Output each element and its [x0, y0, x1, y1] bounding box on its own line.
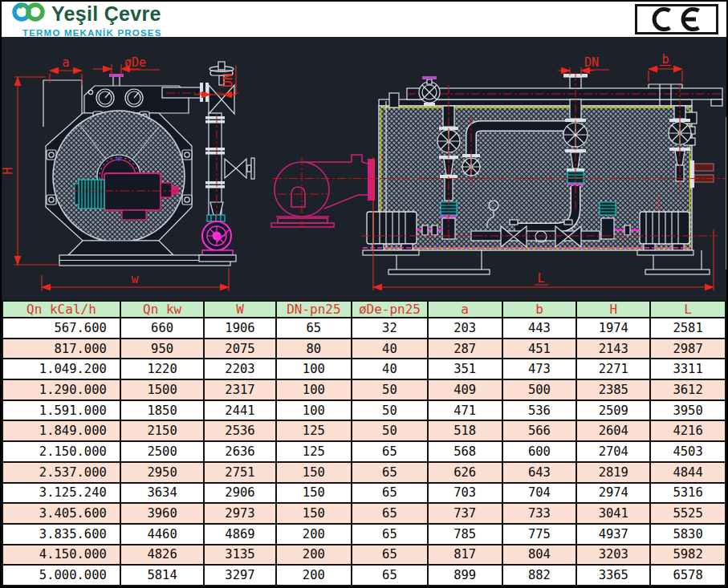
dim-dn-side: DN: [558, 55, 609, 75]
table-cell: 65: [276, 318, 352, 339]
dim-b: b: [649, 52, 682, 82]
table-cell: 200: [276, 545, 352, 566]
table-row: 1.591.000185024411005047153625093950: [2, 400, 726, 421]
table-cell: 5525: [650, 503, 726, 524]
table-cell: 704: [502, 483, 577, 504]
rear-nozzles: [690, 160, 714, 188]
table-row: 1.049.200122022031004035147322713311: [2, 359, 726, 379]
table-cell: 1850: [120, 400, 205, 421]
dim-label-ode: øDe: [124, 55, 146, 70]
column-header: a: [428, 301, 502, 318]
table-cell: 2150: [120, 420, 205, 441]
table-cell: 6578: [650, 565, 726, 586]
table-cell: 50: [352, 400, 428, 421]
table-cell: 2271: [576, 359, 650, 379]
table-cell: 566: [502, 420, 577, 441]
table-cell: 2143: [576, 339, 650, 359]
table-cell: 2974: [576, 483, 650, 504]
table-cell: 817.000: [2, 339, 120, 359]
table-cell: 2500: [120, 441, 205, 462]
table-cell: 100: [276, 400, 352, 421]
table-cell: 2604: [576, 420, 650, 441]
dim-label-dn-side: DN: [584, 55, 599, 70]
table-cell: 2987: [650, 339, 726, 359]
header: Yeşil Çevre TERMO MEKANİK PROSES: [2, 2, 726, 37]
table-cell: 899: [428, 565, 502, 586]
table-cell: 3041: [576, 503, 650, 524]
table-row: 4.150.000482631352006581780432035982: [2, 545, 726, 566]
burner-side: [271, 155, 375, 228]
table-row: 3.835.600446048692006578577549375830: [2, 524, 726, 545]
table-cell: 568: [428, 441, 502, 462]
table-row: 1.290.000150023171005040950023853612: [2, 379, 726, 400]
table-cell: 2385: [576, 379, 650, 400]
table-cell: 2.150.000: [2, 441, 120, 462]
ce-mark-icon: [648, 6, 706, 32]
table-cell: 125: [276, 420, 352, 441]
dim-label-l: L: [537, 271, 544, 286]
table-cell: 471: [428, 400, 502, 421]
table-cell: 203: [428, 318, 502, 339]
table-cell: 3297: [204, 565, 275, 586]
table-cell: 2203: [204, 359, 275, 379]
spec-table: Qn kCal/hQn kwWDN-pn25øDe-pn25abHL 567.6…: [2, 300, 726, 586]
table-cell: 3950: [650, 400, 726, 421]
table-cell: 1500: [120, 379, 205, 400]
table-cell: 626: [428, 462, 502, 483]
table-cell: 100: [276, 379, 352, 400]
boiler-technical-drawing: a øDe DN: [2, 37, 728, 300]
column-header: Qn kw: [120, 301, 205, 318]
table-cell: 518: [428, 420, 502, 441]
table-cell: 150: [276, 483, 352, 504]
table-cell: 1.849.000: [2, 420, 120, 441]
table-row: 3.125.240363429061506570370429745316: [2, 483, 726, 504]
table-row: 5.000.000581432972006589988233656578: [2, 565, 726, 586]
brand-title: Yeşil Çevre: [51, 4, 161, 24]
table-cell: 2704: [576, 441, 650, 462]
table-cell: 660: [120, 318, 205, 339]
table-cell: 2.537.000: [2, 462, 120, 483]
table-cell: 817: [428, 545, 502, 566]
cad-drawing-area: a øDe DN: [2, 37, 726, 300]
table-cell: 4844: [650, 462, 726, 483]
table-cell: 3634: [120, 483, 205, 504]
dim-label-dn-front: DN: [221, 73, 235, 87]
table-cell: 287: [428, 339, 502, 359]
table-cell: 65: [352, 441, 428, 462]
table-cell: 150: [276, 462, 352, 483]
table-cell: 733: [502, 503, 577, 524]
dim-label-b: b: [661, 52, 669, 67]
table-cell: 1.591.000: [2, 400, 120, 421]
table-cell: 443: [502, 318, 577, 339]
table-cell: 4937: [576, 524, 650, 545]
table-cell: 3.405.600: [2, 503, 120, 524]
table-cell: 536: [502, 400, 577, 421]
table-cell: 5830: [650, 524, 726, 545]
table-cell: 1.290.000: [2, 379, 120, 400]
table-cell: 5.000.000: [2, 565, 120, 586]
table-cell: 4503: [650, 441, 726, 462]
table-cell: 703: [428, 483, 502, 504]
table-cell: 5316: [650, 483, 726, 504]
table-cell: 5814: [120, 565, 205, 586]
table-cell: 80: [276, 339, 352, 359]
table-cell: 2581: [650, 318, 726, 339]
table-cell: 200: [276, 524, 352, 545]
table-cell: 4826: [120, 545, 205, 566]
table-cell: 3203: [576, 545, 650, 566]
table-cell: 32: [352, 318, 428, 339]
pump-front: [199, 221, 236, 262]
table-cell: 2950: [120, 462, 205, 483]
pressure-gauge: [96, 89, 114, 107]
table-row: 2.537.000295027511506562664328194844: [2, 462, 726, 483]
table-cell: 882: [502, 565, 577, 586]
table-cell: 500: [502, 379, 577, 400]
column-header: H: [576, 301, 650, 318]
table-cell: 351: [428, 359, 502, 379]
brand-logo: Yeşil Çevre TERMO MEKANİK PROSES: [11, 0, 162, 39]
table-cell: 2751: [204, 462, 275, 483]
table-cell: 4216: [650, 420, 726, 441]
table-cell: 3365: [576, 565, 650, 586]
table-cell: 2636: [204, 441, 275, 462]
spec-table-wrap: Qn kCal/hQn kwWDN-pn25øDe-pn25abHL 567.6…: [2, 300, 726, 586]
